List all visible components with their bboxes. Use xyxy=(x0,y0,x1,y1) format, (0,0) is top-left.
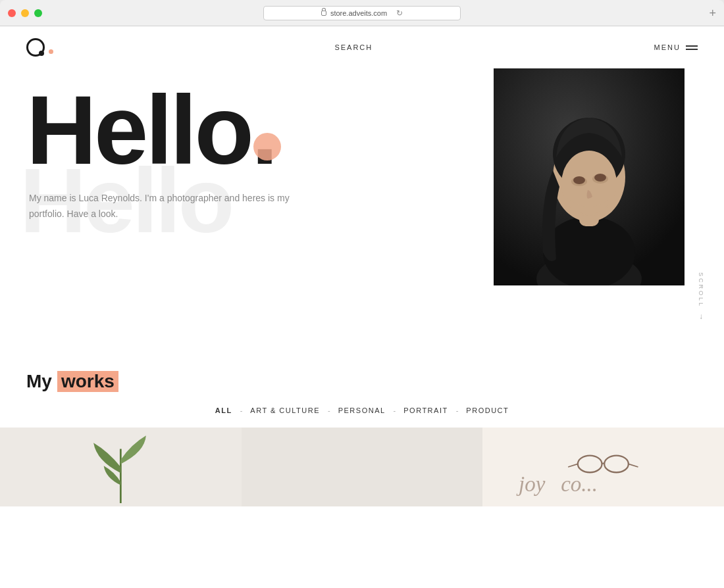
bottom-image-right: joy co... xyxy=(482,428,724,506)
logo-circle xyxy=(26,38,45,57)
center-svg xyxy=(242,428,483,506)
svg-point-3 xyxy=(543,216,635,285)
svg-rect-14 xyxy=(242,431,483,503)
separator-3: - xyxy=(394,406,396,414)
right-svg: joy co... xyxy=(482,428,724,506)
window-chrome: store.adveits.com ↻ + xyxy=(0,0,724,26)
hero-inner: Hello. My name is Luca Reynolds. I'm a p… xyxy=(26,82,698,222)
svg-text:joy: joy xyxy=(516,472,546,496)
logo-dot-pink xyxy=(49,49,53,54)
menu-label: MENU xyxy=(654,43,681,51)
filter-product[interactable]: PRODUCT xyxy=(466,406,509,414)
logo-dot xyxy=(39,51,44,56)
bottom-image-center xyxy=(242,428,483,506)
lock-icon xyxy=(321,11,326,16)
scroll-indicator: SCROLL ↓ xyxy=(698,272,704,321)
reload-icon[interactable]: ↻ xyxy=(396,9,403,18)
hero-description: My name is Luca Reynolds. I'm a photogra… xyxy=(29,191,305,222)
scroll-arrow: ↓ xyxy=(699,312,703,321)
filter-art-culture[interactable]: ART & CULTURE xyxy=(250,406,320,414)
address-bar[interactable]: store.adveits.com ↻ xyxy=(263,6,461,20)
hamburger-icon xyxy=(686,45,698,50)
filter-all[interactable]: ALL xyxy=(215,406,232,414)
search-nav[interactable]: SEARCH xyxy=(334,43,373,51)
works-title-prefix: My xyxy=(26,371,52,392)
menu-line-2 xyxy=(686,49,698,50)
works-section: My works ALL - ART & CULTURE - PERSONAL … xyxy=(0,345,724,428)
filter-portrait[interactable]: PORTRAIT xyxy=(403,406,448,414)
hero-section: Hello Hello. My name is Luca Reynolds. I… xyxy=(0,68,724,345)
url-text: store.adveits.com xyxy=(330,9,387,17)
filter-tabs: ALL - ART & CULTURE - PERSONAL - PORTRAI… xyxy=(26,406,698,414)
plant-svg xyxy=(0,428,242,506)
new-tab-button[interactable]: + xyxy=(709,7,716,19)
filter-personal[interactable]: PERSONAL xyxy=(338,406,386,414)
separator-1: - xyxy=(240,406,243,414)
menu-line-1 xyxy=(686,45,698,47)
hello-period: . xyxy=(251,76,276,184)
traffic-lights xyxy=(8,9,42,17)
separator-4: - xyxy=(456,406,459,414)
hello-dot-accent xyxy=(253,133,281,160)
hello-wrapper: Hello. xyxy=(26,82,276,179)
works-title: My works xyxy=(26,371,698,392)
site-header: SEARCH MENU xyxy=(0,26,724,68)
logo-area[interactable] xyxy=(26,38,53,57)
maximize-button[interactable] xyxy=(34,9,42,17)
menu-nav[interactable]: MENU xyxy=(654,43,698,51)
hello-heading: Hello. xyxy=(26,82,276,179)
separator-2: - xyxy=(328,406,330,414)
browser-content: SEARCH MENU Hello Hello. My name is Luca… xyxy=(0,26,724,588)
minimize-button[interactable] xyxy=(21,9,29,17)
bottom-strip: joy co... xyxy=(0,428,724,506)
bottom-image-left xyxy=(0,428,242,506)
scroll-text: SCROLL xyxy=(698,272,704,308)
svg-text:co...: co... xyxy=(561,472,598,496)
close-button[interactable] xyxy=(8,9,16,17)
works-title-highlight: works xyxy=(57,371,118,392)
